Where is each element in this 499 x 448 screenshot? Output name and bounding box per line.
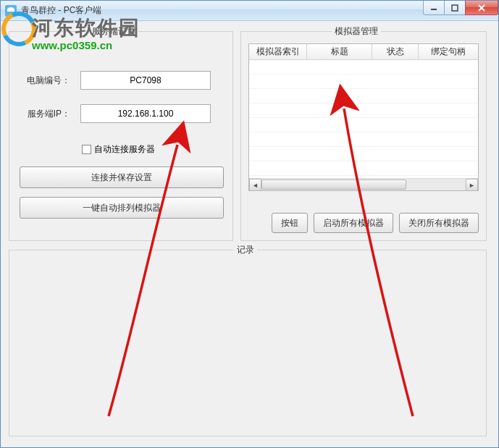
close-icon: [477, 4, 486, 12]
server-settings-title: 服务端设置: [89, 25, 138, 38]
emulator-table[interactable]: 模拟器索引 标题 状态 绑定句柄 ◄: [248, 43, 479, 191]
pc-id-input[interactable]: [80, 71, 211, 90]
window-controls: [424, 1, 498, 15]
log-title: 记录: [234, 244, 257, 256]
client-area: 服务端设置 电脑编号： 服务端IP： 自动连接服务器 连接并保存设置 一键自动排…: [1, 21, 498, 447]
table-row[interactable]: [249, 89, 478, 103]
table-row[interactable]: [249, 103, 478, 118]
col-title[interactable]: 标题: [307, 44, 372, 59]
arrange-emulators-label: 一键自动排列模拟器: [83, 202, 161, 214]
server-ip-input[interactable]: [80, 104, 211, 123]
server-settings-group: 服务端设置 电脑编号： 服务端IP： 自动连接服务器 连接并保存设置 一键自动排…: [9, 31, 233, 241]
close-all-label: 关闭所有模拟器: [408, 217, 469, 229]
pc-id-label: 电脑编号：: [20, 75, 70, 87]
emulator-manage-title: 模拟器管理: [332, 25, 381, 38]
start-all-button[interactable]: 启动所有模拟器: [314, 213, 393, 233]
minimize-button[interactable]: [423, 1, 445, 15]
log-group: 记录: [9, 250, 487, 436]
table-row[interactable]: [249, 75, 478, 89]
col-status[interactable]: 状态: [372, 44, 419, 59]
app-icon: [5, 5, 17, 17]
emulator-buttons: 按钮 启动所有模拟器 关闭所有模拟器: [272, 213, 479, 233]
table-header: 模拟器索引 标题 状态 绑定句柄: [249, 44, 478, 60]
app-window: 青鸟群控 - PC客户端 服务端设置 电脑编号： 服务端IP：: [0, 0, 499, 448]
minimize-icon: [430, 4, 437, 12]
log-body[interactable]: [15, 261, 480, 430]
scroll-thumb[interactable]: [261, 179, 406, 190]
maximize-icon: [451, 4, 458, 12]
svg-rect-1: [452, 5, 458, 11]
col-index[interactable]: 模拟器索引: [249, 44, 307, 59]
window-title: 青鸟群控 - PC客户端: [21, 4, 101, 17]
pc-id-row: 电脑编号：: [20, 71, 211, 90]
table-body: [249, 60, 478, 176]
table-row[interactable]: [249, 161, 478, 176]
connect-save-label: 连接并保存设置: [91, 172, 152, 184]
auto-connect-checkbox[interactable]: [82, 145, 91, 154]
generic-button[interactable]: 按钮: [272, 213, 308, 233]
generic-button-label: 按钮: [281, 217, 298, 229]
close-all-button[interactable]: 关闭所有模拟器: [399, 213, 479, 233]
emulator-manage-group: 模拟器管理 模拟器索引 标题 状态 绑定句柄: [240, 31, 487, 241]
auto-connect-label: 自动连接服务器: [94, 143, 155, 156]
scroll-right-icon[interactable]: ►: [466, 179, 478, 191]
start-all-label: 启动所有模拟器: [323, 217, 384, 229]
server-ip-label: 服务端IP：: [20, 108, 70, 120]
scroll-left-icon[interactable]: ◄: [249, 179, 261, 191]
table-row[interactable]: [249, 118, 478, 132]
connect-save-button[interactable]: 连接并保存设置: [20, 166, 224, 188]
auto-connect-row: 自动连接服务器: [82, 143, 155, 156]
close-button[interactable]: [465, 1, 498, 15]
titlebar[interactable]: 青鸟群控 - PC客户端: [1, 1, 498, 21]
horizontal-scrollbar[interactable]: ◄ ►: [249, 178, 478, 190]
table-row[interactable]: [249, 60, 478, 75]
arrange-emulators-button[interactable]: 一键自动排列模拟器: [20, 197, 224, 219]
scroll-track[interactable]: [261, 179, 466, 190]
col-handle[interactable]: 绑定句柄: [419, 44, 478, 59]
server-ip-row: 服务端IP：: [20, 104, 211, 123]
table-row[interactable]: [249, 132, 478, 147]
table-row[interactable]: [249, 147, 478, 161]
maximize-button[interactable]: [444, 1, 466, 15]
